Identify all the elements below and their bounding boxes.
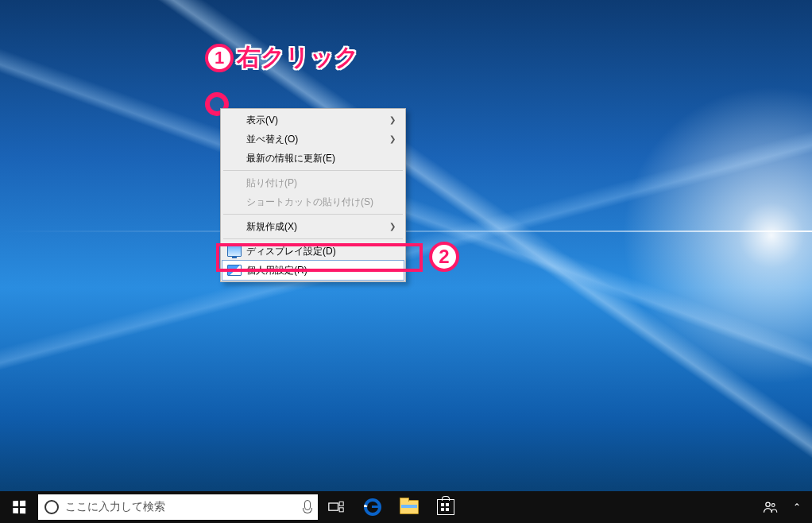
chevron-up-icon: ⌃: [793, 502, 801, 513]
taskbar-search-box[interactable]: ここに入力して検索: [38, 494, 318, 520]
menu-separator: [223, 214, 403, 215]
taskbar-app-file-explorer[interactable]: [391, 491, 427, 523]
menu-item-refresh[interactable]: 最新の情報に更新(E): [222, 149, 404, 168]
menu-item-paste: 貼り付け(P): [222, 173, 404, 192]
submenu-arrow-icon: ❯: [389, 133, 396, 145]
svg-point-4: [771, 504, 775, 507]
menu-item-label: 表示(V): [246, 114, 278, 126]
svg-point-3: [766, 502, 770, 506]
cortana-icon: [44, 500, 59, 514]
annotation-step1-number: 1: [205, 44, 234, 72]
menu-item-personalize[interactable]: 個人用設定(R): [222, 260, 404, 281]
tray-people-button[interactable]: [756, 491, 783, 523]
submenu-arrow-icon: ❯: [389, 114, 396, 126]
menu-separator: [223, 170, 403, 171]
task-view-button[interactable]: [318, 491, 354, 523]
search-placeholder-text: ここに入力して検索: [65, 500, 165, 514]
edge-icon: [364, 498, 381, 516]
microphone-icon[interactable]: [302, 500, 311, 514]
menu-item-paste-shortcut: ショートカットの貼り付け(S): [222, 192, 404, 211]
menu-item-sort[interactable]: 並べ替え(O) ❯: [222, 130, 404, 149]
menu-item-display-settings[interactable]: ディスプレイ設定(D): [222, 242, 404, 261]
system-tray: ⌃: [756, 491, 812, 523]
annotation-step2: 2: [429, 242, 459, 272]
windows-logo-icon: [13, 501, 25, 513]
desktop-context-menu: 表示(V) ❯ 並べ替え(O) ❯ 最新の情報に更新(E) 貼り付け(P) ショ…: [220, 108, 406, 282]
taskbar-app-edge[interactable]: [354, 491, 391, 523]
task-view-icon: [328, 501, 344, 513]
annotation-step2-number: 2: [429, 242, 459, 272]
taskbar: ここに入力して検索 ⌃: [0, 491, 812, 523]
annotation-step1-label: 右クリック: [237, 41, 359, 74]
svg-rect-2: [339, 508, 343, 512]
personalize-icon: [227, 265, 242, 276]
monitor-icon: [227, 246, 242, 257]
menu-item-label: 個人用設定(R): [246, 264, 307, 277]
menu-item-new[interactable]: 新規作成(X) ❯: [222, 217, 404, 236]
menu-item-label: ショートカットの貼り付け(S): [246, 196, 373, 208]
svg-rect-0: [329, 503, 338, 510]
file-explorer-icon: [400, 500, 419, 514]
desktop-background[interactable]: [0, 0, 812, 523]
taskbar-app-store[interactable]: [427, 491, 464, 523]
svg-rect-1: [339, 502, 343, 506]
menu-item-view[interactable]: 表示(V) ❯: [222, 110, 404, 130]
menu-item-label: 貼り付け(P): [246, 176, 297, 189]
submenu-arrow-icon: ❯: [389, 220, 396, 233]
menu-item-label: ディスプレイ設定(D): [246, 245, 336, 258]
people-icon: [762, 499, 778, 515]
menu-separator: [223, 238, 403, 239]
menu-item-label: 新規作成(X): [246, 220, 297, 233]
start-button[interactable]: [0, 491, 38, 523]
annotation-step1: 1 右クリック: [205, 41, 359, 74]
store-icon: [437, 499, 454, 515]
menu-item-label: 並べ替え(O): [246, 133, 298, 145]
menu-item-label: 最新の情報に更新(E): [246, 152, 335, 165]
tray-overflow-button[interactable]: ⌃: [783, 491, 810, 523]
